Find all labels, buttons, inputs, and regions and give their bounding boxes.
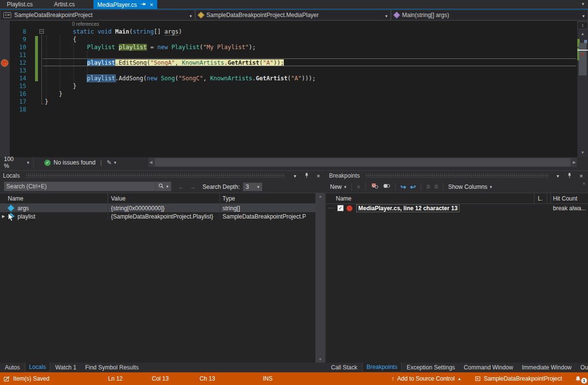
search-input[interactable]	[4, 183, 155, 190]
import-breakpoints-icon[interactable]: ↩	[410, 183, 416, 191]
search-icon[interactable]	[158, 183, 164, 190]
code-line-13[interactable]	[45, 67, 577, 74]
show-columns-button[interactable]: Show Columns▾	[448, 183, 492, 190]
search-depth-dropdown[interactable]: 3 ▾	[243, 183, 262, 191]
code-line-17[interactable]: }	[45, 98, 577, 106]
line-number: 11	[10, 51, 26, 59]
delete-breakpoint-icon[interactable]: ×	[357, 183, 361, 191]
scroll-down-arrow-icon[interactable]: ▼	[577, 150, 588, 155]
close-icon[interactable]: ×	[577, 172, 585, 180]
tool-tab-breakpoints[interactable]: Breakpoints	[362, 362, 402, 372]
tool-tab-locals[interactable]: Locals	[25, 362, 51, 372]
editor-scrollbar-thumb[interactable]	[579, 43, 587, 75]
scroll-down-arrow-icon[interactable]: ▼	[315, 357, 325, 362]
breakpoint-margin[interactable]	[0, 21, 10, 157]
breakpoints-title-bar[interactable]: Breakpoints ▾ ×	[326, 171, 588, 181]
chevron-down-icon[interactable]: ▾	[114, 160, 116, 165]
scroll-left-arrow-icon[interactable]: ◀	[149, 160, 152, 165]
breakpoint-hit-icon[interactable]: →	[1, 59, 8, 67]
right-tool-tab-strip: Call StackBreakpointsException SettingsC…	[327, 362, 588, 372]
code-line-18[interactable]	[45, 106, 577, 113]
code-segment: playlist	[119, 44, 147, 51]
column-header-type[interactable]: Type	[220, 193, 306, 203]
code-cleanup-icon[interactable]: ✎	[107, 159, 111, 166]
locals-row-playlist[interactable]: ▶playlist{SampleDataBreakpointProject.Pl…	[0, 212, 325, 220]
delete-all-breakpoints-icon[interactable]	[371, 183, 379, 191]
code-line-16[interactable]: }	[45, 90, 577, 98]
document-tab-mediaplayer-cs[interactable]: MediaPlayer.cs×	[93, 0, 157, 9]
go-to-source-icon[interactable]: ≣	[426, 183, 430, 190]
locals-title-bar[interactable]: Locals ▾ ×	[0, 171, 325, 181]
code-segment: {	[45, 36, 76, 43]
breakpoint-row[interactable]: ✓ MediaPlayer.cs, line 12 character 13 b…	[326, 204, 588, 212]
editor-horizontal-scrollbar[interactable]: ◀ ▶	[148, 158, 577, 167]
member-dropdown[interactable]: Main(string[] args) ▾	[391, 10, 588, 20]
locals-name-cell: args	[0, 204, 108, 212]
window-position-icon[interactable]: ▾	[554, 173, 562, 179]
line-indicator[interactable]: Ln 12	[108, 372, 123, 385]
go-to-disassembly-icon[interactable]: ≣	[434, 183, 438, 190]
pin-icon[interactable]	[141, 0, 146, 9]
breakpoint-label[interactable]: MediaPlayer.cs, line 12 character 13	[356, 204, 459, 212]
back-arrow-icon[interactable]: ←	[178, 183, 184, 190]
close-icon[interactable]: ×	[149, 1, 153, 8]
character-indicator[interactable]: Ch 13	[200, 372, 215, 385]
type-dropdown[interactable]: SampleDataBreakpointProject.MediaPlayer …	[195, 10, 391, 20]
code-line-9[interactable]: {	[45, 36, 577, 43]
column-header-name[interactable]: Name	[326, 193, 534, 203]
chevron-down-icon[interactable]: ▾	[166, 184, 168, 189]
breakpoint-checkbox[interactable]: ✓	[337, 205, 344, 211]
scroll-up-arrow-icon[interactable]: ▲	[315, 194, 325, 199]
toggle-all-breakpoints-icon[interactable]	[383, 183, 390, 191]
expand-arrow-icon[interactable]: ▶	[0, 214, 7, 219]
pin-icon[interactable]	[566, 173, 573, 179]
code-segment: .	[252, 75, 256, 82]
editor-split-handle[interactable]: ↕	[577, 21, 588, 29]
document-tab-playlist-cs[interactable]: Playlist.cs	[4, 0, 36, 9]
insert-mode-indicator[interactable]: INS	[263, 372, 273, 385]
window-position-icon[interactable]: ▾	[291, 173, 299, 179]
close-icon[interactable]: ×	[314, 172, 322, 180]
locals-row-args[interactable]: args{string[0x00000000]}string[]	[0, 204, 325, 212]
tool-tab-autos[interactable]: Autos	[1, 362, 24, 372]
document-tab-artist-cs[interactable]: Artist.cs	[51, 0, 78, 9]
collapse-region-button[interactable]: −	[39, 29, 44, 34]
project-dropdown[interactable]: C# SampleDataBreakpointProject ▾	[0, 10, 195, 20]
tool-tab-call-stack[interactable]: Call Stack	[327, 362, 361, 372]
codelens-references[interactable]: 0 references	[72, 21, 99, 27]
pin-icon[interactable]	[303, 173, 311, 179]
tool-tab-find-symbol-results[interactable]: Find Symbol Results	[81, 362, 143, 372]
column-header-name[interactable]: Name	[0, 193, 108, 203]
column-header-hitcount[interactable]: Hit Count	[551, 193, 588, 203]
document-list-chevron-icon[interactable]: ▾	[582, 1, 584, 6]
new-breakpoint-button[interactable]: New▾	[330, 183, 347, 190]
tool-tab-watch-1[interactable]: Watch 1	[51, 362, 80, 372]
code-line-15[interactable]: }	[45, 82, 577, 90]
tool-tab-immediate-window[interactable]: Immediate Window	[518, 362, 575, 372]
hscrollbar-thumb[interactable]	[155, 158, 570, 166]
column-indicator[interactable]: Col 13	[152, 372, 169, 385]
column-header-value[interactable]: Value	[108, 193, 220, 203]
locals-scrollbar[interactable]: ▲ ▼	[315, 193, 325, 363]
tool-tab-command-window[interactable]: Command Window	[460, 362, 517, 372]
tool-tab-output[interactable]: Output	[576, 362, 588, 372]
search-box[interactable]: ▾	[4, 182, 171, 191]
repository-indicator[interactable]: SampleDataBreakpointProject	[475, 372, 562, 385]
export-breakpoints-icon[interactable]: ↪	[401, 183, 406, 191]
code-line-10[interactable]: Playlist playlist = new Playlist("My Pla…	[45, 43, 577, 51]
notifications-button[interactable]: 1	[575, 372, 587, 385]
scroll-up-arrow-icon[interactable]: ▲	[577, 32, 588, 36]
column-header-labels[interactable]: L.	[534, 193, 547, 203]
add-to-source-control-button[interactable]: ↑ Add to Source Control ▲	[391, 372, 461, 385]
code-editor[interactable]: → 89101112131415161718 − 0 references st…	[0, 21, 588, 157]
code-segment	[45, 59, 87, 66]
code-line-8[interactable]: static void Main(string[] args)	[45, 28, 577, 36]
forward-arrow-icon[interactable]: →	[190, 183, 196, 190]
scroll-right-arrow-icon[interactable]: ▶	[573, 160, 576, 165]
code-line-12[interactable]: playlist.EditSong("SongA", KnownArtists.…	[45, 59, 577, 67]
toolbar-overflow-icon[interactable]: »	[581, 182, 586, 184]
code-line-11[interactable]	[45, 51, 577, 59]
code-line-14[interactable]: playlist.AddSong(new Song("SongC", Known…	[45, 74, 577, 82]
tool-tab-exception-settings[interactable]: Exception Settings	[403, 362, 459, 372]
zoom-control[interactable]: 100 % ▾	[0, 157, 34, 168]
